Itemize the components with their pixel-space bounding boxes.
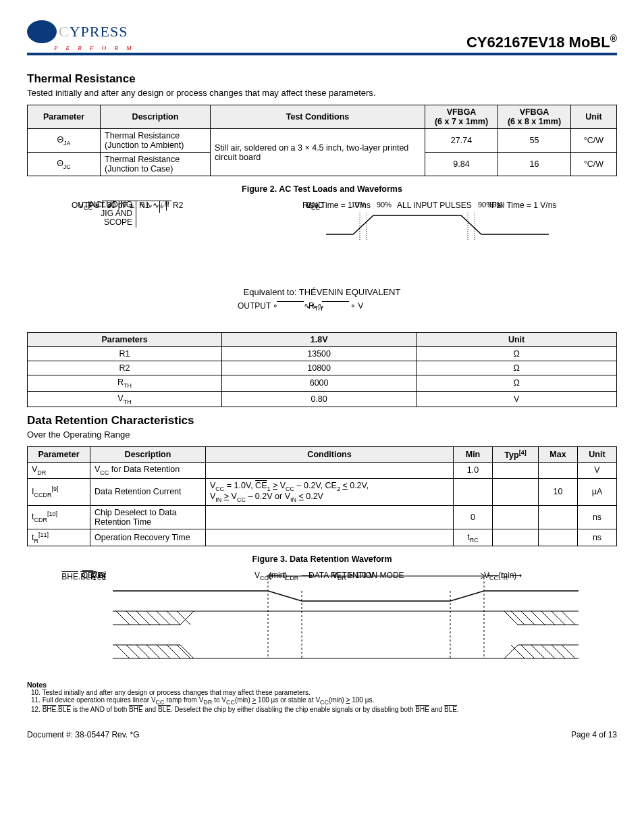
- jig-label: INCLUDING JIG AND SCOPE: [85, 201, 132, 228]
- r2-label: R2: [173, 201, 183, 210]
- params-table: Parameters 1.8V Unit R113500Ω R210800Ω R…: [27, 332, 617, 407]
- min-trc: tRC: [454, 529, 493, 546]
- svg-line-17: [511, 611, 525, 625]
- svg-line-15: [167, 611, 180, 625]
- col-cond: Conditions: [206, 447, 454, 463]
- col-cond: Test Conditions: [211, 105, 425, 129]
- svg-line-13: [146, 611, 160, 625]
- col-min: Min: [454, 447, 493, 463]
- svg-line-10: [116, 611, 130, 625]
- note-item: 12. BHE.BLE is the AND of both BHE and B…: [31, 706, 617, 713]
- svg-line-31: [511, 645, 525, 658]
- svg-line-20: [541, 611, 555, 625]
- fall-time: Fall Time = 1 V/ns: [491, 201, 556, 210]
- input-waveform: ALL INPUT PULSES VCC GND 10% 90% 90% 10%…: [302, 201, 572, 282]
- load-circuit: R1 VCC ∘ ∿∿∿ OUTPUT ∘ ⟂ ⟂ 30 pF ≋ R2 ⏚ ⏚…: [72, 201, 213, 282]
- section-subtitle-thermal: Tested initially and after any design or…: [27, 88, 617, 98]
- svg-line-26: [136, 645, 150, 658]
- page-footer: Document #: 38-05447 Rev. *G Page 4 of 1…: [27, 730, 617, 739]
- doc-number: Document #: 38-05447 Rev. *G: [27, 730, 140, 739]
- thermal-table: Parameter Description Test Conditions VF…: [27, 105, 617, 176]
- col-unit: Unit: [417, 333, 617, 347]
- col-desc: Description: [90, 447, 206, 463]
- logo-tagline: P E R F O R M: [54, 45, 135, 51]
- col-val: 1.8V: [222, 333, 417, 347]
- col-vf1: VFBGA(6 x 7 x 1mm): [425, 105, 498, 129]
- table-row: tR[11] Operation Recovery Time tRC ns: [28, 529, 617, 546]
- svg-line-27: [146, 645, 160, 658]
- table-row: R113500Ω: [28, 347, 617, 361]
- col-param: Parameter: [28, 105, 101, 129]
- waveform-icon: [113, 571, 579, 669]
- table-row: R210800Ω: [28, 361, 617, 375]
- svg-line-21: [552, 611, 565, 625]
- thevenin-label: Equivalent to: THÉVENIN EQUIVALENT: [27, 287, 617, 297]
- svg-line-18: [521, 611, 535, 625]
- section-title-thermal: Thermal Resistance: [27, 72, 617, 86]
- svg-line-24: [116, 645, 130, 658]
- page-header: CYPRESS P E R F O R M CY62167EV18 MoBL®: [27, 20, 617, 51]
- notes-section: Notes 10. Tested initially and after any…: [27, 681, 617, 713]
- logo-rest: YPRESS: [70, 23, 128, 40]
- col-param: Parameters: [28, 333, 222, 347]
- svg-line-32: [521, 645, 535, 658]
- waveform-icon: [326, 213, 556, 250]
- globe-icon: [27, 20, 57, 43]
- svg-line-22: [562, 611, 575, 625]
- table-row: ΘJA Thermal Resistance (Junction to Ambi…: [28, 129, 617, 153]
- svg-line-16: [177, 611, 190, 625]
- col-vf2: VFBGA(6 x 8 x 1mm): [498, 105, 571, 129]
- doc-title: CY62167EV18 MoBL®: [466, 33, 617, 51]
- table-row: VTH0.80V: [28, 391, 617, 407]
- thevenin-circuit: RTH OUTPUT ∘ ∿∿∿ ∘ V: [27, 301, 617, 325]
- svg-line-33: [531, 645, 545, 658]
- table-row: RTH6000Ω: [28, 375, 617, 392]
- table-row: VDR VCC for Data Retention 1.0 V: [28, 463, 617, 479]
- svg-line-34: [541, 645, 555, 658]
- col-desc: Description: [101, 105, 211, 129]
- table-row: ICCDR[9] Data Retention Current VCC = 1.…: [28, 478, 617, 505]
- data-retention-table: Parameter Description Conditions Min Typ…: [27, 446, 617, 546]
- figure3-caption: Figure 3. Data Retention Waveform: [27, 554, 617, 564]
- page-number: Page 4 of 13: [571, 730, 617, 739]
- figure2-caption: Figure 2. AC Test Loads and Waveforms: [27, 184, 617, 194]
- note-item: 10. Tested initially and after any desig…: [31, 689, 617, 696]
- svg-line-36: [562, 645, 575, 658]
- svg-line-12: [136, 611, 150, 625]
- svg-line-19: [531, 611, 545, 625]
- logo-letter: C: [59, 23, 70, 40]
- table-row: tCDR[10] Chip Deselect to Data Retention…: [28, 505, 617, 529]
- brand-logo: CYPRESS P E R F O R M: [27, 20, 135, 51]
- svg-line-25: [126, 645, 140, 658]
- header-rule: [27, 53, 617, 55]
- col-typ: Typ[4]: [493, 447, 539, 463]
- svg-line-30: [177, 645, 190, 658]
- svg-line-28: [157, 645, 170, 658]
- col-max: Max: [539, 447, 578, 463]
- section-title-data-retention: Data Retention Characteristics: [27, 414, 617, 427]
- svg-line-14: [157, 611, 170, 625]
- section-subtitle-data-retention: Over the Operating Range: [27, 429, 617, 440]
- col-unit: Unit: [571, 105, 617, 129]
- col-unit: Unit: [578, 447, 617, 463]
- svg-line-29: [167, 645, 180, 658]
- data-retention-waveform: VCC CE1 or BHE.BLE[12] or CE2 DATA RETEN…: [65, 571, 579, 669]
- cond-cell: VCC = 1.0V, CE1 > VCC – 0.2V, CE2 < 0.2V…: [206, 478, 454, 505]
- svg-line-35: [552, 645, 565, 658]
- figure2-body: R1 VCC ∘ ∿∿∿ OUTPUT ∘ ⟂ ⟂ 30 pF ≋ R2 ⏚ ⏚…: [27, 201, 617, 282]
- note-item: 11. Full device operation requires linea…: [31, 696, 617, 706]
- wave-title: ALL INPUT PULSES: [397, 201, 472, 210]
- col-param: Parameter: [28, 447, 90, 463]
- svg-line-11: [126, 611, 140, 625]
- notes-title: Notes: [27, 681, 617, 689]
- rise-time: Rise Time = 1 V/ns: [302, 201, 371, 210]
